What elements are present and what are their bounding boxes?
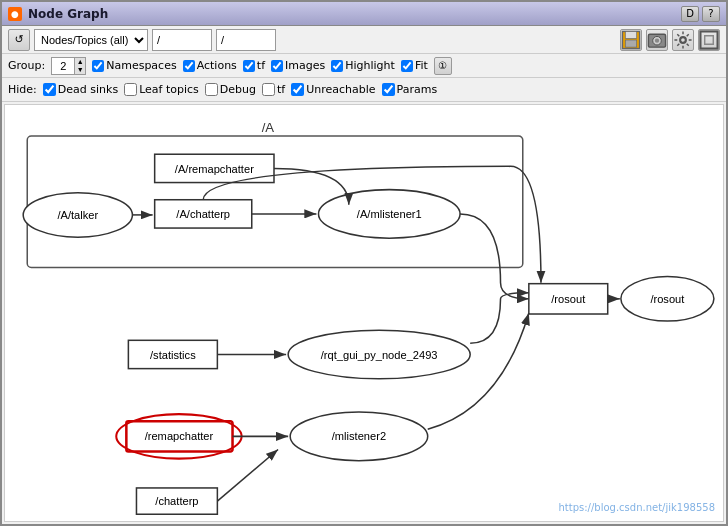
params-checkbox[interactable]	[382, 83, 395, 96]
dead-sinks-option[interactable]: Dead sinks	[43, 83, 118, 96]
save-button[interactable]	[620, 29, 642, 51]
group-label-A: /A	[262, 120, 275, 135]
node-A-mlistener1-label: /A/mlistener1	[357, 208, 422, 220]
unreachable-option[interactable]: Unreachable	[291, 83, 375, 96]
svg-rect-1	[625, 31, 636, 38]
help-button[interactable]: D	[681, 6, 699, 22]
hide-label: Hide:	[8, 83, 37, 96]
arrow-rqt-rosout	[470, 293, 529, 344]
spinbox-buttons: ▲ ▼	[74, 58, 85, 74]
window-title: Node Graph	[28, 7, 675, 21]
dead-sinks-checkbox[interactable]	[43, 83, 56, 96]
node-statistics-label: /statistics	[150, 349, 196, 361]
namespaces-option[interactable]: Namespaces	[92, 59, 176, 72]
params-option[interactable]: Params	[382, 83, 438, 96]
node-chatterp-label: /chatterp	[155, 495, 198, 507]
node-rosout-label: /rosout	[551, 293, 585, 305]
spinbox-up[interactable]: ▲	[74, 58, 85, 66]
svg-rect-2	[625, 40, 636, 47]
debug-checkbox[interactable]	[205, 83, 218, 96]
namespaces-checkbox[interactable]	[92, 60, 104, 72]
highlight-option[interactable]: Highlight	[331, 59, 395, 72]
group-spinbox[interactable]: ▲ ▼	[51, 57, 86, 75]
node-A-talker-label: /A/talker	[57, 209, 98, 221]
filter1-input[interactable]	[152, 29, 212, 51]
svg-rect-7	[700, 31, 717, 48]
fit-checkbox[interactable]	[401, 60, 413, 72]
fit-icon-btn[interactable]: ①	[434, 57, 452, 75]
config-button[interactable]	[672, 29, 694, 51]
options-row: Group: ▲ ▼ Namespaces Actions tf Images …	[2, 54, 726, 78]
app-icon: ●	[8, 7, 22, 21]
node-mlistener2-label: /mlistener2	[332, 430, 386, 442]
highlight-checkbox[interactable]	[331, 60, 343, 72]
topics-select[interactable]: Nodes/Topics (all)	[34, 29, 148, 51]
graph-canvas[interactable]: /A /A/remapchatter /A/talker /A/chatterp…	[4, 104, 724, 522]
hide-tf-option[interactable]: tf	[262, 83, 285, 96]
node-remapchatter-label: /remapchatter	[145, 430, 214, 442]
leaf-topics-checkbox[interactable]	[124, 83, 137, 96]
node-A-chatterp-label: /A/chatterp	[176, 208, 230, 220]
hide-row: Hide: Dead sinks Leaf topics Debug tf Un…	[2, 78, 726, 102]
topic-rosout-label: /rosout	[650, 293, 684, 305]
group-value[interactable]	[52, 58, 74, 74]
spinbox-down[interactable]: ▼	[74, 66, 85, 74]
tf-checkbox[interactable]	[243, 60, 255, 72]
svg-point-5	[655, 38, 659, 42]
svg-point-6	[680, 37, 686, 43]
refresh-button[interactable]: ↺	[8, 29, 30, 51]
leaf-topics-option[interactable]: Leaf topics	[124, 83, 199, 96]
tf-option[interactable]: tf	[243, 59, 265, 72]
images-checkbox[interactable]	[271, 60, 283, 72]
fit-option[interactable]: Fit	[401, 59, 428, 72]
group-label: Group:	[8, 59, 45, 72]
graph-svg: /A /A/remapchatter /A/talker /A/chatterp…	[5, 105, 723, 521]
images-option[interactable]: Images	[271, 59, 325, 72]
title-bar: ● Node Graph D ?	[2, 2, 726, 26]
arrow-chatterp-mlistener2	[217, 450, 278, 502]
actions-option[interactable]: Actions	[183, 59, 237, 72]
unreachable-checkbox[interactable]	[291, 83, 304, 96]
filter2-input[interactable]	[216, 29, 276, 51]
actions-checkbox[interactable]	[183, 60, 195, 72]
toolbar-row: ↺ Nodes/Topics (all)	[2, 26, 726, 54]
watermark-text: https://blog.csdn.net/jik198558	[559, 502, 716, 513]
hide-tf-checkbox[interactable]	[262, 83, 275, 96]
node-graph-window: ● Node Graph D ? ↺ Nodes/Topics (all) Gr…	[0, 0, 728, 526]
node-rqt-gui-label: /rqt_gui_py_node_2493	[321, 349, 438, 361]
debug-option[interactable]: Debug	[205, 83, 256, 96]
fit-button[interactable]	[698, 29, 720, 51]
question-button[interactable]: ?	[702, 6, 720, 22]
node-A-remapchatter-label: /A/remapchatter	[175, 163, 254, 175]
title-buttons: D ?	[681, 6, 720, 22]
screenshot-button[interactable]	[646, 29, 668, 51]
